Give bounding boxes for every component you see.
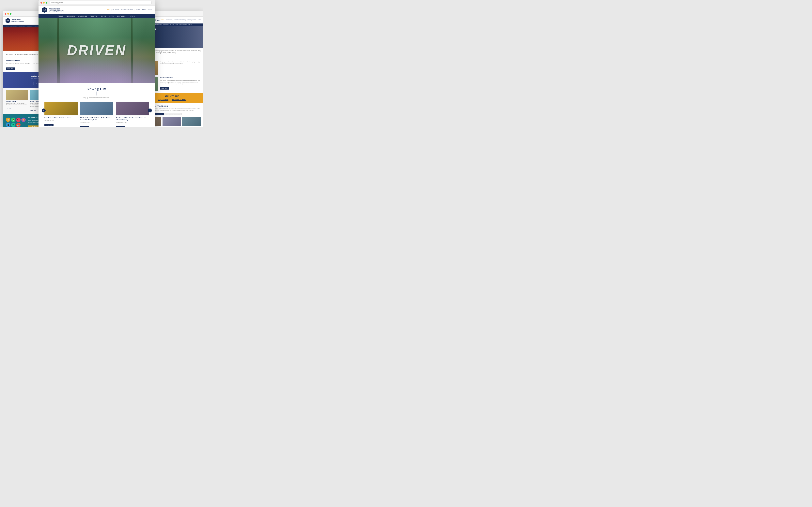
news-card-1: Devaluation: What the Future Holds Janua… [44, 102, 78, 126]
nav-events-center[interactable]: EVENTS [130, 15, 136, 17]
carousel-prev-btn[interactable]: ‹ [42, 109, 46, 112]
nav-academics-center[interactable]: ACADEMICS [79, 15, 87, 17]
grad-desc: AUC admits outstanding graduate students… [160, 79, 201, 85]
news-card-title-3: Gender and Climate: The Importance of In… [116, 117, 149, 121]
apply-link-right[interactable]: APPLY [160, 19, 164, 20]
icon-gift: 🎁 [21, 118, 26, 122]
students-link-center[interactable]: STUDENTS [112, 9, 119, 10]
main-window: www.aucegypt.edu AUC The American Univer… [39, 0, 155, 127]
alumni-council-link[interactable]: › Read More [6, 108, 12, 110]
news-card-img-1 [44, 102, 78, 115]
close-dot[interactable] [5, 13, 6, 15]
sep1-center: | [111, 9, 112, 10]
grad-text: Graduate Studies AUC admits outstanding … [160, 77, 201, 90]
maximize-dot[interactable] [10, 13, 11, 15]
nav-giving-left[interactable]: GIVING [35, 25, 38, 26]
alumni-link-right[interactable]: ALUMNI [187, 19, 191, 20]
prog-card-hss: Humanities and Social Sciences [162, 117, 181, 127]
news-card-date-1: January 17, 2023 [44, 120, 78, 121]
news-card-3: Gender and Climate: The Importance of In… [116, 102, 149, 127]
news-card-btn-1[interactable]: Read More [44, 124, 53, 126]
news-title: NEWS@AUC [44, 88, 149, 91]
alumni-link-center[interactable]: ALUMNI [136, 9, 140, 10]
logo-text-left: The American University in Cairo [11, 19, 24, 22]
sep4-center: | [141, 9, 141, 10]
news-card-title-2: Students from AUC, United States Address… [80, 117, 113, 121]
students-link-right[interactable]: STUDENTS [166, 19, 172, 20]
nav-news-right[interactable]: NEWS [175, 24, 178, 25]
nav-events-right[interactable]: EVENTS [188, 24, 192, 25]
sep3-center: | [134, 9, 135, 10]
inauc-link-center[interactable]: IN AUC [148, 9, 152, 10]
svg-text:AUC: AUC [6, 20, 9, 21]
nav-about-left[interactable]: ABOUT [5, 25, 9, 26]
nav-campuslife-center[interactable]: CAMPUS LIFE [117, 15, 126, 17]
maximize-dot-center[interactable] [46, 2, 47, 4]
nav-admissions-center[interactable]: ADMISSIONS [66, 15, 75, 17]
news-card-btn-3[interactable]: Read More [116, 126, 125, 127]
alumni-council-title: Alumni Council [6, 101, 28, 102]
apply-link-center[interactable]: APPLY [106, 9, 110, 10]
nav-research-center[interactable]: RESEARCH [90, 15, 98, 17]
nav-campuslife-right[interactable]: CAMPUS LIFE [180, 24, 187, 25]
media-link-center[interactable]: MEDIA [142, 9, 146, 10]
alumni-council-desc: Founding members of the AUC Alumni Counc… [6, 103, 28, 106]
nav-research-right[interactable]: RESEARCH [163, 24, 169, 25]
hero-text: DRIVEN [67, 42, 126, 58]
request-info-link[interactable]: REQUEST INFO [158, 99, 168, 100]
nav-links-center: APPLY | STUDENTS | FACULTY AND STAFF | A… [106, 9, 152, 10]
auc-logo-shield-left: AUC [5, 18, 11, 23]
minimize-dot[interactable] [7, 13, 9, 15]
hero-center: DRIVEN [39, 18, 155, 83]
news-card-img-3 [116, 102, 149, 115]
faculty-link-right[interactable]: FACULTY AND STAFF [174, 19, 185, 20]
prog-card-se: Sciences and Engineering [182, 117, 201, 127]
news-cards-container: ‹ Devaluation: What the Future Holds Jan… [44, 102, 149, 127]
browser-bar-center: www.aucegypt.edu [39, 0, 155, 5]
nav-research-left[interactable]: RESEARCH [27, 25, 33, 26]
logo-text-center: The American University in Cairo [49, 8, 64, 12]
benefit-icons: 🍴 🍷 🏷 🎁 📱 ✈ 🏪 [6, 118, 26, 127]
grad-programs-tab[interactable]: GRADUATE PROGRAMS [164, 113, 182, 115]
nav-about-center[interactable]: ABOUT [58, 15, 63, 17]
news-card-btn-2[interactable]: Read More [80, 126, 89, 127]
prog-card-img-hss [162, 117, 181, 126]
minimize-dot-center[interactable] [43, 2, 45, 4]
alumni-services-btn[interactable]: Read More [6, 67, 15, 70]
grad-btn[interactable]: Read More [160, 87, 169, 90]
news-card-img-2 [80, 102, 113, 115]
faculty-link-center[interactable]: FACULTY AND STAFF [121, 9, 133, 10]
inauc-link-right[interactable]: IN AUC [198, 19, 201, 20]
nav-giving-center[interactable]: GIVING [101, 15, 106, 17]
nav-giving-right[interactable]: GIVING [170, 24, 174, 25]
icon-store: 🏪 [16, 123, 20, 127]
undergrad-desc: Our programs offer quality students with… [160, 61, 201, 65]
news-subtitle: Keep up-to-date with all the latest AUC … [44, 97, 149, 99]
prog-card-img-se [182, 117, 201, 126]
icon-tag: 🏷 [16, 118, 20, 122]
sep2-center: | [120, 9, 120, 10]
news-card-title-1: Devaluation: What the Future Holds [44, 117, 78, 119]
benefit-btn[interactable]: READ MORE [28, 125, 40, 127]
news-section: NEWS@AUC Keep up-to-date with all the la… [39, 83, 155, 127]
visit-campus-link[interactable]: VISIT OUR CAMPUS [172, 99, 186, 100]
media-link-right[interactable]: MEDIA [193, 19, 196, 20]
url-text: www.aucegypt.edu [51, 2, 63, 3]
icon-phone: 📱 [6, 123, 10, 127]
news-divider [97, 92, 97, 96]
close-dot-center[interactable] [41, 2, 42, 4]
academics-hero-img [159, 26, 203, 48]
undergrad-text: Our programs offer quality students with… [160, 61, 201, 66]
url-bar[interactable]: www.aucegypt.edu [50, 1, 151, 4]
news-card-date-2: January 15, 2023 [80, 122, 113, 123]
nav-academics-left[interactable]: ACADEMICS [19, 25, 26, 26]
alumni-card-council: Alumni Council Founding members of the A… [6, 90, 30, 112]
nav-news-center[interactable]: NEWS [109, 15, 114, 17]
nav-top-center: AUC The American University in Cairo APP… [39, 5, 155, 14]
carousel-next-btn[interactable]: › [148, 109, 152, 112]
icon-drink: 🍷 [11, 118, 15, 122]
svg-text:AUC: AUC [43, 9, 46, 11]
nav-academics-right[interactable]: ACADEMICS [155, 24, 162, 25]
nav-admissions-left[interactable]: ADMISSIONS [10, 25, 17, 26]
alumni-chapters-link[interactable]: › Read More [30, 110, 36, 111]
